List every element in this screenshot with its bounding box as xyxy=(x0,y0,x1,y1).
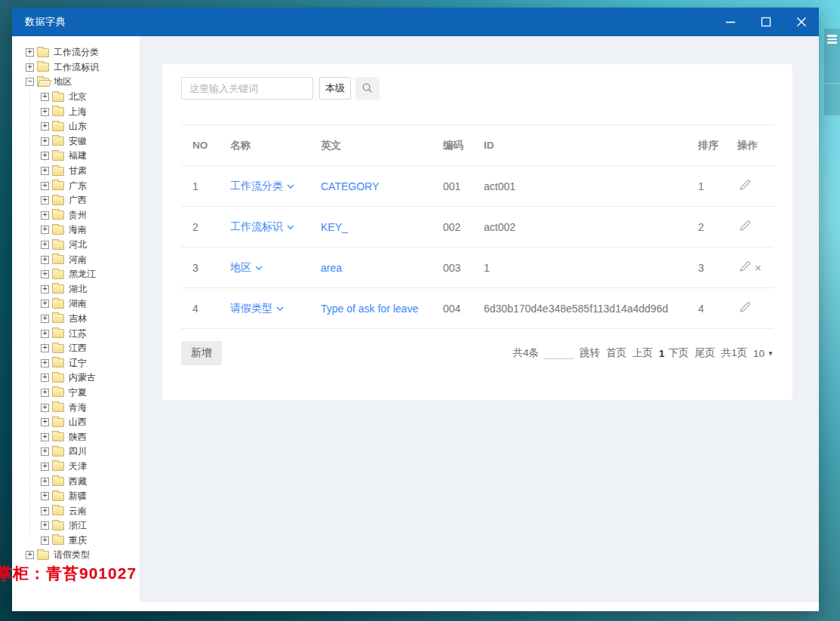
expand-icon[interactable]: + xyxy=(41,93,49,101)
tree-item[interactable]: +请假类型 xyxy=(12,548,140,563)
expand-icon[interactable]: + xyxy=(41,241,49,249)
tree-item[interactable]: +山西 xyxy=(12,415,140,430)
expand-icon[interactable]: + xyxy=(41,196,49,204)
expand-icon[interactable]: + xyxy=(41,270,49,278)
delete-button[interactable]: × xyxy=(753,260,763,275)
english-link[interactable]: area xyxy=(321,262,342,274)
tree-item[interactable]: +广东 xyxy=(12,178,140,193)
page-jump-button[interactable]: 跳转 xyxy=(580,346,600,360)
expand-icon[interactable]: + xyxy=(41,492,49,500)
expand-icon[interactable]: + xyxy=(41,285,49,294)
tree-item[interactable]: +天津 xyxy=(12,460,140,475)
page-jump-input[interactable] xyxy=(543,347,574,359)
expand-icon[interactable]: + xyxy=(41,478,49,486)
tree-item[interactable]: +山东 xyxy=(12,119,140,134)
edit-button[interactable] xyxy=(737,300,753,318)
expand-icon[interactable]: + xyxy=(41,389,49,397)
tree-item[interactable]: +工作流分类 xyxy=(12,45,140,60)
tree-item[interactable]: +海南 xyxy=(12,223,140,238)
tree-item[interactable]: +宁夏 xyxy=(12,386,140,401)
tree-item[interactable]: +重庆 xyxy=(12,533,140,549)
tree-item[interactable]: +浙江 xyxy=(12,518,140,533)
expand-icon[interactable]: + xyxy=(41,344,49,352)
minimize-button[interactable] xyxy=(712,8,748,36)
search-input[interactable] xyxy=(181,77,313,100)
expand-icon[interactable]: + xyxy=(41,152,49,160)
tree-item[interactable]: +青海 xyxy=(12,400,140,415)
tree-item[interactable]: +贵州 xyxy=(12,208,140,223)
expand-icon[interactable]: + xyxy=(41,182,49,190)
expand-icon[interactable]: + xyxy=(26,551,34,559)
expand-icon[interactable]: + xyxy=(41,418,49,426)
expand-icon[interactable]: + xyxy=(41,167,49,175)
expand-icon[interactable]: + xyxy=(41,536,49,545)
desktop-widget-handle[interactable] xyxy=(824,29,840,116)
name-link[interactable]: 工作流标识 xyxy=(230,220,294,234)
tree-item[interactable]: +陕西 xyxy=(12,429,140,444)
tree-item[interactable]: +吉林 xyxy=(12,312,140,327)
expand-icon[interactable]: + xyxy=(41,300,49,308)
tree-item[interactable]: +江苏 xyxy=(12,326,140,341)
expand-icon[interactable]: + xyxy=(41,463,49,471)
tree-item[interactable]: +内蒙古 xyxy=(12,370,140,386)
close-button[interactable] xyxy=(783,8,819,36)
expand-icon[interactable]: + xyxy=(41,507,49,515)
tree-item[interactable]: +北京 xyxy=(12,90,140,105)
tree-item[interactable]: +四川 xyxy=(12,444,140,460)
edit-button[interactable] xyxy=(737,259,753,277)
tree-item[interactable]: +湖南 xyxy=(12,297,140,312)
expand-icon[interactable]: + xyxy=(41,108,49,116)
page-last-button[interactable]: 尾页 xyxy=(695,346,715,360)
expand-icon[interactable]: + xyxy=(26,48,34,57)
english-link[interactable]: Type of ask for leave xyxy=(321,303,418,315)
add-button[interactable]: 新增 xyxy=(181,341,222,365)
expand-icon[interactable]: + xyxy=(41,211,49,220)
tree-item[interactable]: +福建 xyxy=(12,149,140,164)
tree-item[interactable]: +河南 xyxy=(12,252,140,267)
name-link[interactable]: 请假类型 xyxy=(230,302,284,315)
tree-item[interactable]: +工作流标识 xyxy=(12,60,140,75)
expand-icon[interactable]: + xyxy=(41,447,49,456)
tree-item[interactable]: +新疆 xyxy=(12,489,140,504)
page-prev-button[interactable]: 上页 xyxy=(632,346,653,360)
page-first-button[interactable]: 首页 xyxy=(606,346,626,360)
expand-icon[interactable]: + xyxy=(41,359,49,367)
tree-item[interactable]: +上海 xyxy=(12,104,140,119)
expand-icon[interactable]: + xyxy=(41,256,49,264)
pagination-pages: 共1页 xyxy=(722,346,748,360)
edit-button[interactable] xyxy=(737,177,753,195)
name-link[interactable]: 地区 xyxy=(230,261,263,275)
page-size-select[interactable]: 10 ▼ xyxy=(753,348,774,359)
scope-button[interactable]: 本级 xyxy=(319,77,351,100)
tree-item[interactable]: +黑龙江 xyxy=(12,267,140,282)
tree-item[interactable]: +西藏 xyxy=(12,474,140,489)
tree-item[interactable]: +江西 xyxy=(12,341,140,356)
expand-icon[interactable]: + xyxy=(41,330,49,338)
expand-icon[interactable]: + xyxy=(41,521,49,530)
tree-item[interactable]: +安徽 xyxy=(12,134,140,149)
page-current[interactable]: 1 xyxy=(659,348,665,359)
expand-icon[interactable]: + xyxy=(41,404,49,412)
page-next-button[interactable]: 下页 xyxy=(669,346,689,360)
expand-icon[interactable]: + xyxy=(41,315,49,323)
english-link[interactable]: CATEGORY xyxy=(321,180,379,192)
expand-icon[interactable]: + xyxy=(41,137,49,146)
expand-icon[interactable]: + xyxy=(26,63,34,72)
tree-item[interactable]: +甘肃 xyxy=(12,164,140,179)
english-link[interactable]: KEY_ xyxy=(321,221,348,233)
tree-item[interactable]: −地区 xyxy=(12,75,140,90)
tree-item[interactable]: +辽宁 xyxy=(12,355,140,370)
tree-item[interactable]: +广西 xyxy=(12,193,140,208)
expand-icon[interactable]: + xyxy=(41,374,49,382)
edit-button[interactable] xyxy=(737,218,753,236)
tree-item[interactable]: +云南 xyxy=(12,503,140,518)
tree-item[interactable]: +湖北 xyxy=(12,282,140,297)
expand-icon[interactable]: + xyxy=(41,433,49,441)
collapse-icon[interactable]: − xyxy=(26,78,34,86)
expand-icon[interactable]: + xyxy=(41,226,49,234)
tree-item[interactable]: +河北 xyxy=(12,238,140,253)
name-link[interactable]: 工作流分类 xyxy=(230,180,294,193)
maximize-button[interactable] xyxy=(748,8,783,36)
search-button[interactable] xyxy=(355,77,380,100)
expand-icon[interactable]: + xyxy=(41,122,49,131)
